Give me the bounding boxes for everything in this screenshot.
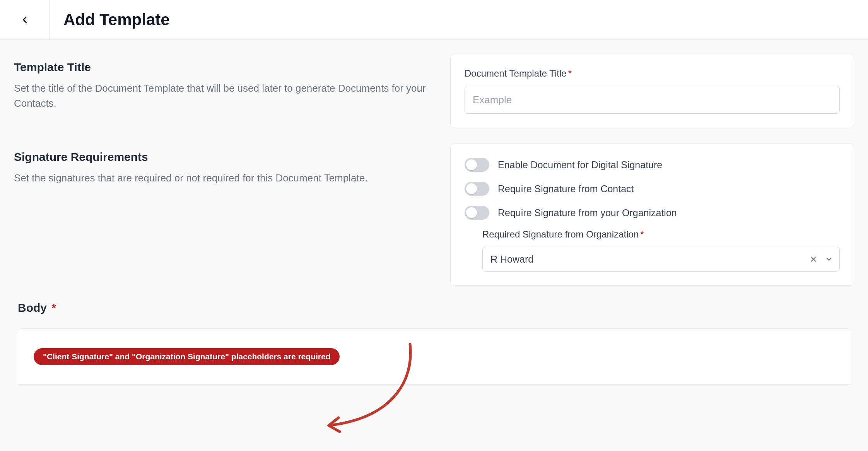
toggle-row-digital-signature: Enable Document for Digital Signature [465, 158, 840, 172]
error-message-pill: "Client Signature" and "Organization Sig… [34, 348, 340, 365]
body-label-text: Body [18, 301, 47, 314]
clear-icon[interactable] [808, 254, 819, 265]
back-button[interactable] [0, 0, 50, 39]
chevron-down-icon[interactable] [824, 254, 834, 265]
toggle-require-org-signature[interactable] [465, 206, 489, 220]
signature-heading: Signature Requirements [14, 150, 432, 164]
template-title-card: Document Template Title* [450, 54, 854, 128]
template-title-description: Set the title of the Document Template t… [14, 81, 432, 111]
document-template-title-input[interactable] [465, 86, 840, 114]
org-signature-label-text: Required Signature from Organization [482, 229, 639, 239]
toggle-require-contact-signature[interactable] [465, 182, 489, 196]
signature-description: Set the signatures that are required or … [14, 171, 432, 186]
main-content: Template Title Set the title of the Docu… [0, 40, 868, 385]
section-signature-info: Signature Requirements Set the signature… [14, 144, 432, 286]
org-signature-field: Required Signature from Organization* R … [465, 229, 840, 272]
signature-card: Enable Document for Digital Signature Re… [450, 144, 854, 286]
org-signature-select[interactable]: R Howard [482, 247, 840, 272]
document-template-title-label-text: Document Template Title [465, 68, 567, 79]
section-body: Body * "Client Signature" and "Organizat… [14, 301, 854, 385]
section-signature-requirements: Signature Requirements Set the signature… [14, 144, 854, 286]
template-title-heading: Template Title [14, 61, 432, 74]
page-header: Add Template [0, 0, 868, 40]
toggle-label-digital-signature: Enable Document for Digital Signature [498, 159, 662, 171]
org-signature-value: R Howard [490, 254, 533, 265]
body-label: Body * [18, 301, 850, 314]
org-signature-select-wrap: R Howard [482, 247, 840, 272]
toggle-label-contact-signature: Require Signature from Contact [498, 183, 634, 195]
toggle-row-contact-signature: Require Signature from Contact [465, 182, 840, 196]
section-template-title-info: Template Title Set the title of the Docu… [14, 54, 432, 128]
org-signature-label: Required Signature from Organization* [482, 229, 840, 240]
toggle-label-org-signature: Require Signature from your Organization [498, 207, 677, 219]
toggle-enable-digital-signature[interactable] [465, 158, 489, 172]
page-title: Add Template [50, 10, 170, 29]
section-template-title: Template Title Set the title of the Docu… [14, 54, 854, 128]
body-editor[interactable]: "Client Signature" and "Organization Sig… [18, 328, 850, 385]
document-template-title-label: Document Template Title* [465, 68, 840, 79]
required-star-icon: * [51, 301, 56, 314]
toggle-row-org-signature: Require Signature from your Organization [465, 206, 840, 220]
chevron-left-icon [19, 14, 30, 25]
required-star-icon: * [568, 68, 572, 79]
required-star-icon: * [640, 229, 644, 239]
